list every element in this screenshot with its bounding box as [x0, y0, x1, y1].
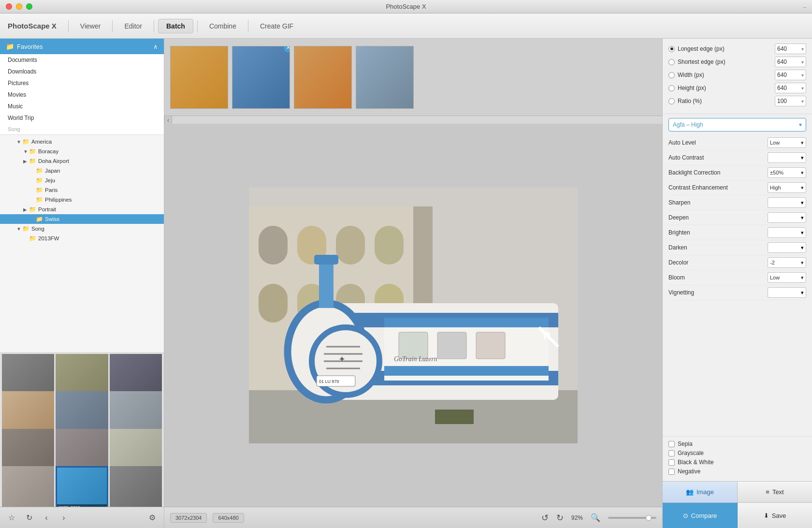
save-button[interactable]: ⬇ Save [738, 503, 812, 528]
nav-viewer[interactable]: Viewer [72, 19, 109, 33]
window-controls[interactable] [6, 3, 32, 10]
tree-item-doha[interactable]: ▶ 📁 Doha Airport [0, 156, 164, 166]
size-row-height[interactable]: Height (px) 640 ▾ [668, 83, 806, 93]
tree-item-boracay[interactable]: ▼ 📁 Boracay [0, 147, 164, 156]
favorites-item-documents[interactable]: Documents [0, 54, 164, 66]
back-button[interactable]: ‹ [41, 512, 52, 524]
strip-thumb-3[interactable] [294, 46, 352, 109]
size-input-width[interactable]: 640 ▾ [775, 70, 806, 80]
adj-backlight: Backlight Correction ±50% ▾ [668, 165, 806, 180]
favorites-item-movies[interactable]: Movies [0, 89, 164, 101]
strip-thumb-1[interactable] [170, 46, 228, 109]
nav-batch[interactable]: Batch [158, 19, 193, 33]
size-row-shortest[interactable]: Shortest edge (px) 640 ▾ [668, 57, 806, 67]
checkbox-negative[interactable] [668, 469, 675, 475]
strip-thumb-2[interactable]: ✕ [232, 46, 290, 109]
refresh-button[interactable]: ↻ [23, 512, 35, 524]
tree-item-jeju[interactable]: 📁 Jeju [0, 176, 164, 185]
radio-ratio[interactable] [668, 98, 675, 104]
tree-item-swiss[interactable]: 📁 Swiss [0, 214, 164, 224]
dropdown-arrow-icon: ▾ [801, 140, 804, 146]
tree-arrow: ▼ [23, 149, 29, 154]
strip-close-button[interactable]: ✕ [284, 46, 290, 52]
tree-item-america[interactable]: ▼ 📁 America [0, 137, 164, 147]
folder-icon: 📁 [29, 235, 36, 242]
checkbox-grayscale[interactable] [668, 450, 675, 456]
text-tab-button[interactable]: ≡ Text [738, 482, 812, 502]
adj-darken: Darken ▾ [668, 240, 806, 255]
adj-dropdown-vignetting[interactable]: ▾ [768, 287, 806, 298]
rotate-left-icon[interactable]: ↺ [541, 513, 549, 523]
size-row-longest[interactable]: Longest edge (px) 640 ▾ [668, 44, 806, 54]
svg-rect-18 [314, 255, 338, 264]
tree-item-japan[interactable]: 📁 Japan [0, 166, 164, 176]
tree-item-philippines[interactable]: 📁 Philippines [0, 195, 164, 205]
dropdown-arrow-icon: ▾ [801, 86, 804, 91]
adj-dropdown-contrast-enh[interactable]: High ▾ [768, 182, 806, 193]
tree-item-song[interactable]: ▼ 📁 Song [0, 224, 164, 234]
checkbox-bw[interactable] [668, 459, 675, 466]
adj-dropdown-decolor[interactable]: -2 ▾ [768, 257, 806, 268]
zoom-slider[interactable] [608, 517, 656, 519]
thumbnail-grid: 3872x2592010_0154.JP [0, 352, 164, 507]
size-label-shortest: Shortest edge (px) [678, 59, 775, 65]
radio-width[interactable] [668, 72, 675, 78]
adj-dropdown-auto-level[interactable]: Low ▾ [768, 137, 806, 148]
radio-longest[interactable] [668, 46, 675, 52]
minimize-button[interactable] [16, 3, 22, 10]
adj-dropdown-backlight[interactable]: ±50% ▾ [768, 167, 806, 178]
radio-height[interactable] [668, 85, 675, 91]
text-tab-icon: ≡ [766, 488, 769, 496]
favorites-item-worldtrip[interactable]: World Trip [0, 112, 164, 124]
size-row-width[interactable]: Width (px) 640 ▾ [668, 70, 806, 80]
favorites-chevron[interactable]: ∧ [153, 43, 158, 50]
tree-item-2013fw[interactable]: 📁 2013FW [0, 234, 164, 243]
image-tab-button[interactable]: 👥 Image [663, 482, 738, 502]
size-row-ratio[interactable]: Ratio (%) 100 ▾ [668, 96, 806, 106]
star-button[interactable]: ☆ [6, 512, 17, 524]
size-input-height[interactable]: 640 ▾ [775, 83, 806, 93]
strip-thumb-4[interactable] [356, 46, 414, 109]
zoom-slider-thumb[interactable] [646, 515, 652, 521]
sidebar: 📁 Favorites ∧ Documents Downloads Pictur… [0, 39, 164, 528]
rotate-right-icon[interactable]: ↻ [556, 513, 564, 523]
dropdown-arrow-icon: ▾ [801, 99, 804, 104]
radio-shortest[interactable] [668, 59, 675, 65]
folder-icon: 📁 [29, 148, 36, 155]
size-input-longest[interactable]: 640 ▾ [775, 44, 806, 54]
tree-item-paris[interactable]: 📁 Paris [0, 185, 164, 195]
size-input-ratio[interactable]: 100 ▾ [775, 96, 806, 106]
compare-button[interactable]: ⊙ Compare [663, 503, 738, 528]
settings-gear-icon[interactable]: ⚙ [146, 512, 158, 524]
filter-preset-dropdown[interactable]: Agfa – High ▾ [668, 118, 806, 132]
dropdown-arrow-icon: ▾ [801, 46, 804, 52]
thumb-item[interactable] [110, 466, 162, 507]
adj-dropdown-bloom[interactable]: Low ▾ [768, 272, 806, 283]
thumb-item[interactable] [2, 466, 54, 507]
check-sepia: Sepia [668, 440, 806, 447]
adj-dropdown-darken[interactable]: ▾ [768, 242, 806, 253]
nav-combine[interactable]: Combine [202, 19, 244, 33]
adj-label-backlight: Backlight Correction [668, 169, 768, 176]
nav-creategif[interactable]: Create GIF [252, 19, 301, 33]
favorites-item-downloads[interactable]: Downloads [0, 66, 164, 77]
filter-preset-label: Agfa – High [673, 121, 703, 128]
adj-dropdown-brighten[interactable]: ▾ [768, 227, 806, 238]
folder-icon: 📁 [22, 138, 29, 145]
adj-dropdown-deepen[interactable]: ▾ [768, 212, 806, 223]
main-image: ✦ GoTrain Luzern [249, 187, 578, 443]
favorites-item-pictures[interactable]: Pictures [0, 77, 164, 89]
nav-editor[interactable]: Editor [116, 19, 150, 33]
favorites-header[interactable]: 📁 Favorites ∧ [0, 39, 164, 54]
collapse-handle[interactable]: ‹ [164, 116, 172, 124]
maximize-button[interactable] [26, 3, 32, 10]
adj-dropdown-auto-contrast[interactable]: ▾ [768, 152, 806, 163]
favorites-item-music[interactable]: Music [0, 101, 164, 112]
adj-dropdown-sharpen[interactable]: ▾ [768, 197, 806, 208]
size-input-shortest[interactable]: 640 ▾ [775, 57, 806, 67]
close-button[interactable] [6, 3, 12, 10]
checkbox-sepia[interactable] [668, 441, 675, 447]
thumb-item-selected[interactable]: 3872x2592010_0154.JP [56, 466, 108, 507]
tree-item-portrait[interactable]: ▶ 📁 Portrait [0, 205, 164, 214]
forward-button[interactable]: › [58, 512, 70, 524]
